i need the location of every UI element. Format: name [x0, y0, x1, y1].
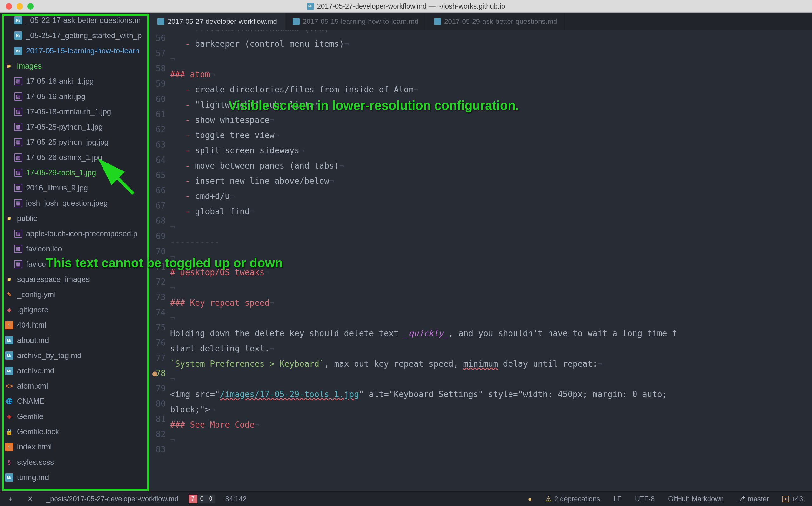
grammar[interactable]: GitHub Markdown: [665, 494, 727, 504]
tree-item[interactable]: ▨17-05-16-anki_1.jpg: [0, 74, 150, 89]
file-path[interactable]: _posts/2017-05-27-developer-workflow.md: [43, 494, 182, 504]
code-line[interactable]: - cmd+d/u¬: [170, 188, 812, 204]
code-line[interactable]: Holding down the delete key should delet…: [170, 326, 812, 341]
tree-item[interactable]: ◈Gemfile: [0, 409, 150, 424]
code-line[interactable]: start deleting text.¬: [170, 341, 812, 356]
encoding[interactable]: UTF-8: [632, 494, 658, 504]
line-number[interactable]: 59: [150, 76, 166, 91]
tree-item[interactable]: M↓_05-22-17-ask-better-questions.m: [0, 13, 150, 28]
linter-counts[interactable]: 7 0 0: [189, 495, 215, 503]
line-number[interactable]: 56: [150, 30, 166, 46]
line-number[interactable]: 64: [150, 152, 166, 168]
code-line[interactable]: ### Key repeat speed¬: [170, 295, 812, 311]
tree-item[interactable]: M↓turing.md: [0, 470, 150, 485]
tree-item[interactable]: M↓_05-25-17_getting_started_with_p: [0, 28, 150, 43]
line-number[interactable]: 82: [150, 427, 166, 442]
tree-item[interactable]: ▨17-05-29-tools_1.jpg: [0, 165, 150, 180]
tree-item[interactable]: ▨17-05-16-anki.jpg: [0, 89, 150, 104]
fetch-indicator[interactable]: ●: [525, 494, 535, 504]
line-number-gutter[interactable]: 5657585960616263646566676869707172737475…: [150, 30, 170, 491]
deprecations[interactable]: ⚠2 deprecations: [542, 494, 603, 504]
code-line[interactable]: ### atom¬: [170, 67, 812, 82]
line-number[interactable]: 78: [150, 366, 166, 381]
line-number[interactable]: 66: [150, 183, 166, 198]
line-number[interactable]: 71: [150, 259, 166, 274]
git-branch[interactable]: ⎇master: [734, 494, 772, 504]
code-line[interactable]: <img src="/images/17-05-29-tools_1.jpg" …: [170, 387, 812, 402]
line-number[interactable]: 58: [150, 61, 166, 76]
code-line[interactable]: - insert new line above/below¬: [170, 173, 812, 188]
line-ending[interactable]: LF: [610, 494, 625, 504]
code-line[interactable]: ¬: [170, 52, 812, 67]
line-number[interactable]: 67: [150, 198, 166, 213]
line-number[interactable]: 63: [150, 137, 166, 152]
tree-item[interactable]: ▨17-05-25-python_jpg.jpg: [0, 135, 150, 150]
tree-item[interactable]: ✎_config.yml: [0, 287, 150, 302]
line-number[interactable]: 61: [150, 107, 166, 122]
tree-item[interactable]: ▨17-05-26-osmnx_1.jpg: [0, 150, 150, 165]
line-number[interactable]: 60: [150, 91, 166, 107]
line-number[interactable]: 79: [150, 381, 166, 396]
code-line[interactable]: block;">¬: [170, 402, 812, 417]
cursor-position[interactable]: 84:142: [222, 494, 250, 504]
line-number[interactable]: 76: [150, 335, 166, 350]
close-window-button[interactable]: [6, 3, 12, 9]
code-line[interactable]: ¬: [170, 311, 812, 326]
line-number[interactable]: 83: [150, 442, 166, 457]
code-line[interactable]: - move between panes (and tabs)¬: [170, 158, 812, 173]
minimize-window-button[interactable]: [16, 3, 23, 9]
code-line[interactable]: - split screen sideways¬: [170, 143, 812, 158]
line-number[interactable]: 69: [150, 229, 166, 244]
code-line[interactable]: ¬: [170, 250, 812, 265]
tab[interactable]: 2017-05-15-learning-how-to-learn.md: [285, 13, 426, 30]
line-number[interactable]: 62: [150, 122, 166, 137]
tree-item[interactable]: 📂images: [0, 59, 150, 74]
code-line[interactable]: ¬: [170, 371, 812, 387]
line-number[interactable]: 74: [150, 305, 166, 320]
code-line[interactable]: ### See More Code¬: [170, 417, 812, 432]
line-number[interactable]: 80: [150, 396, 166, 411]
code-line[interactable]: ¬: [170, 432, 812, 447]
tree-item[interactable]: 5index.html: [0, 439, 150, 454]
text-editor[interactable]: 5657585960616263646566676869707172737475…: [150, 30, 812, 491]
line-number[interactable]: 73: [150, 289, 166, 305]
line-number[interactable]: 75: [150, 320, 166, 335]
code-line[interactable]: - show whitespace¬: [170, 112, 812, 128]
git-diff-stat[interactable]: ●+43,: [779, 494, 808, 504]
maximize-window-button[interactable]: [27, 3, 34, 9]
tree-item[interactable]: 🔒Gemfile.lock: [0, 424, 150, 439]
code-line[interactable]: - global find¬: [170, 204, 812, 219]
code-line[interactable]: - barkeeper (control menu items)¬: [170, 36, 812, 52]
tree-item[interactable]: M↓archive.md: [0, 363, 150, 378]
code-line[interactable]: - create directories/files from inside o…: [170, 82, 812, 97]
tab[interactable]: 2017-05-29-ask-better-questions.md: [426, 13, 565, 30]
file-tree[interactable]: M↓_05-22-17-ask-better-questions.mM↓_05-…: [0, 13, 150, 491]
tree-item[interactable]: ▨17-05-18-omniauth_1.jpg: [0, 104, 150, 119]
tree-item[interactable]: ◆.gitignore: [0, 302, 150, 318]
code-line[interactable]: ----------: [170, 234, 812, 250]
line-number[interactable]: 70: [150, 244, 166, 259]
code-line[interactable]: - toggle tree view¬: [170, 128, 812, 143]
tree-item[interactable]: M↓2017-05-15-learning-how-to-learn: [0, 43, 150, 59]
line-number[interactable]: 65: [150, 168, 166, 183]
line-number[interactable]: 68: [150, 213, 166, 229]
tree-item[interactable]: §styles.scss: [0, 454, 150, 470]
line-number[interactable]: 77: [150, 350, 166, 366]
code-line[interactable]: # Desktop/OS tweaks¬: [170, 265, 812, 280]
tree-item[interactable]: 5404.html: [0, 318, 150, 333]
tree-item[interactable]: ▨josh_josh_question.jpeg: [0, 195, 150, 211]
line-number[interactable]: 72: [150, 274, 166, 289]
tree-item[interactable]: 📁squarespace_images: [0, 272, 150, 287]
tab[interactable]: 2017-05-27-developer-workflow.md: [150, 13, 285, 30]
tree-item[interactable]: M↓about.md: [0, 333, 150, 348]
tree-item[interactable]: M↓archive_by_tag.md: [0, 348, 150, 363]
code-line[interactable]: - "lightweight" ruby linter¬: [170, 97, 812, 112]
code-line[interactable]: ¬: [170, 219, 812, 234]
tree-item[interactable]: ▨2016_litmus_9.jpg: [0, 180, 150, 195]
code-line[interactable]: ¬: [170, 280, 812, 295]
close-file-button[interactable]: ✕: [24, 494, 36, 504]
line-number[interactable]: 57: [150, 46, 166, 61]
tree-item[interactable]: <>atom.xml: [0, 378, 150, 394]
tree-item[interactable]: ▨favico: [0, 256, 150, 272]
tree-item[interactable]: ▨apple-touch-icon-precomposed.p: [0, 226, 150, 241]
